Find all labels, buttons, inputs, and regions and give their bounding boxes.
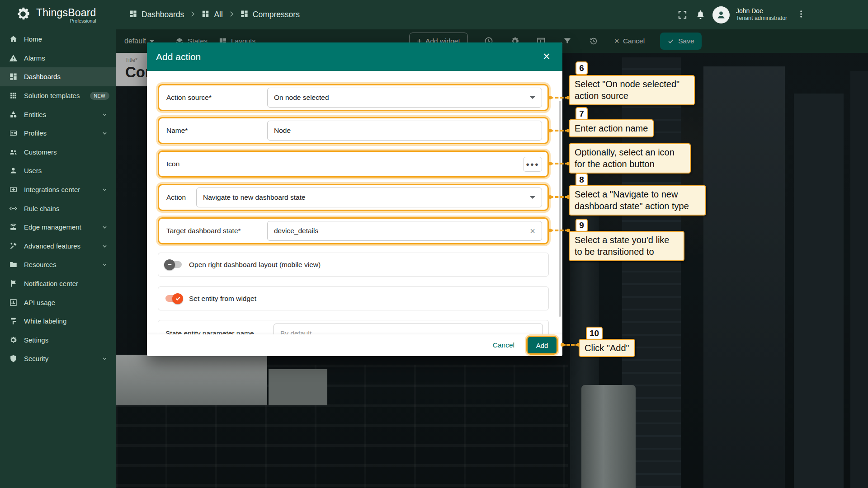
close-icon[interactable]: ×: [540, 50, 553, 64]
home-icon: [8, 34, 18, 44]
icon-label: Icon: [166, 160, 179, 168]
notifications-bell-icon[interactable]: [694, 9, 706, 21]
breadcrumb-label: All: [214, 10, 222, 19]
user-info: John Doe Tenant administrator: [736, 7, 787, 22]
sidebar-item-notification-center[interactable]: Notification center: [0, 274, 116, 293]
sidebar-item-label: API usage: [24, 299, 55, 306]
sidebar-item-integrations-center[interactable]: Integrations center: [0, 180, 116, 199]
dialog-cancel-button[interactable]: Cancel: [487, 338, 520, 353]
callout-step-badge: 7: [576, 107, 588, 121]
solution-templates-icon: [8, 91, 18, 101]
sidebar-item-resources[interactable]: Resources: [0, 255, 116, 274]
notification-center-icon: [8, 279, 18, 289]
action-name-value: Node: [274, 127, 291, 135]
callout-connector-4: [550, 196, 569, 198]
sidebar-item-api-usage[interactable]: API usage: [0, 293, 116, 312]
sidebar-item-label: Notification center: [24, 280, 78, 287]
user-name: John Doe: [736, 7, 787, 15]
sidebar-item-solution-templates[interactable]: Solution templates NEW: [0, 86, 116, 105]
chevron-down-icon: [99, 128, 109, 138]
sidebar-item-advanced-features[interactable]: Advanced features: [0, 237, 116, 256]
profiles-icon: [8, 128, 18, 138]
set-entity-toggle-label: Set entity from widget: [189, 295, 256, 303]
sidebar-item-rule-chains[interactable]: Rule chains: [0, 199, 116, 218]
add-button-highlight: Add: [526, 336, 558, 355]
sidebar-item-label: Profiles: [24, 129, 47, 137]
chevron-right-icon: [189, 10, 197, 20]
action-name-input[interactable]: Node: [267, 121, 542, 141]
sidebar-item-label: Dashboards: [24, 73, 61, 80]
user-avatar[interactable]: [712, 6, 730, 23]
sidebar-item-dashboards[interactable]: Dashboards: [0, 67, 116, 86]
header-actions: John Doe Tenant administrator: [676, 0, 806, 29]
action-label: Action: [166, 193, 196, 202]
sidebar-item-label: White labeling: [24, 317, 66, 325]
chevron-down-icon: [530, 96, 535, 99]
breadcrumb-compressors[interactable]: Compressors: [240, 9, 300, 20]
callout-connector-1: [550, 97, 569, 99]
mobile-layout-toggle[interactable]: [165, 261, 182, 268]
dialog-scrollbar[interactable]: [559, 101, 561, 317]
mobile-layout-toggle-label: Open right dashboard layout (mobile view…: [189, 261, 321, 269]
icon-row-highlight: Icon ●●●: [158, 150, 549, 178]
sidebar-item-customers[interactable]: Customers: [0, 143, 116, 162]
chevron-down-icon: [99, 354, 109, 364]
callout-connector-5: [550, 230, 569, 231]
callout-text: Select a "Navigate to new dashboard stat…: [569, 185, 706, 216]
action-source-label: Action source*: [166, 94, 267, 102]
sidebar-item-label: Customers: [24, 148, 57, 156]
select-icon-button[interactable]: ●●●: [523, 157, 542, 172]
more-vertical-icon[interactable]: [796, 9, 806, 21]
sidebar-item-home[interactable]: Home: [0, 30, 116, 49]
sidebar-item-profiles[interactable]: Profiles: [0, 124, 116, 143]
callout-text: Select "On node selected" action source: [569, 75, 695, 105]
action-source-select[interactable]: On node selected: [267, 88, 542, 108]
advanced-features-icon: [8, 241, 18, 251]
edge-management-icon: [8, 222, 18, 232]
white-labeling-icon: [8, 316, 18, 326]
resources-icon: [8, 260, 18, 270]
sidebar-item-users[interactable]: Users: [0, 161, 116, 180]
target-state-input[interactable]: device_details ×: [267, 221, 542, 241]
dashboards-group-icon: [201, 9, 210, 20]
name-row-highlight: Name* Node: [158, 117, 549, 144]
add-action-dialog: Add action × Action source* On node sele…: [147, 42, 562, 356]
sidebar-item-label: Integrations center: [24, 186, 80, 193]
logo-subtitle: Professional: [70, 18, 96, 23]
callout-text: Optionally, select an icon for the actio…: [569, 143, 691, 174]
name-label: Name*: [166, 127, 267, 135]
alarms-icon: [8, 53, 18, 63]
callout-connector-3: [550, 163, 569, 164]
logo[interactable]: ThingsBoard Professional: [0, 0, 116, 30]
dialog-add-button[interactable]: Add: [528, 337, 557, 353]
fullscreen-icon[interactable]: [676, 9, 688, 21]
dashboard-icon: [240, 9, 249, 20]
target-state-value: device_details: [274, 227, 318, 235]
toggle-knob-off-icon: [164, 259, 175, 270]
sidebar-item-white-labeling[interactable]: White labeling: [0, 312, 116, 331]
new-badge: NEW: [90, 92, 109, 100]
sidebar-item-label: Home: [24, 35, 42, 43]
mobile-layout-row: Open right dashboard layout (mobile view…: [158, 253, 549, 277]
sidebar-item-alarms[interactable]: Alarms: [0, 49, 116, 68]
chevron-right-icon: [227, 10, 236, 20]
sidebar-item-security[interactable]: Security: [0, 349, 116, 368]
breadcrumb-all[interactable]: All: [201, 9, 222, 20]
top-header: Dashboards All Compressors John Doe Tena…: [116, 0, 868, 29]
logo-title: ThingsBoard: [36, 7, 96, 19]
sidebar-item-settings[interactable]: Settings: [0, 331, 116, 350]
chevron-down-icon: [99, 222, 109, 232]
security-icon: [8, 354, 18, 364]
sidebar-item-label: Entities: [24, 111, 46, 118]
clear-icon[interactable]: ×: [530, 226, 535, 236]
sidebar-item-label: Solution templates: [24, 92, 80, 99]
callout-step-badge: 10: [586, 327, 603, 340]
sidebar-item-edge-management[interactable]: Edge management: [0, 218, 116, 237]
sidebar-item-entities[interactable]: Entities: [0, 105, 116, 124]
action-type-select[interactable]: Navigate to new dashboard state: [196, 188, 542, 207]
set-entity-toggle[interactable]: [165, 295, 182, 302]
callout-step-badge: 8: [576, 173, 588, 187]
settings-icon: [8, 335, 18, 345]
sidebar-nav: Home Alarms Dashboards Solution template…: [0, 30, 116, 368]
breadcrumb-dashboards[interactable]: Dashboards: [129, 9, 184, 20]
